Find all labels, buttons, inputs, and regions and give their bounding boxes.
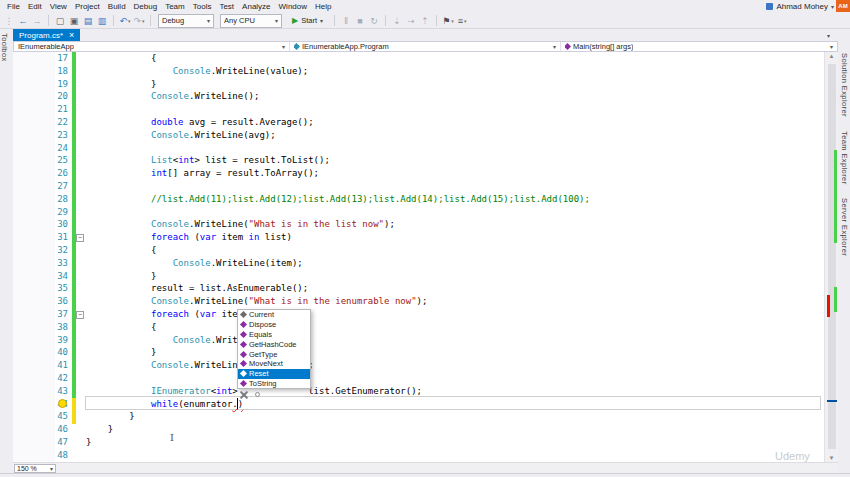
chevron-down-icon: ▾ <box>320 17 323 24</box>
side-tab-server-explorer[interactable]: Server Explorer <box>840 198 849 256</box>
project-dropdown[interactable]: IEnumerableApp ▾ <box>14 42 290 51</box>
zoom-control[interactable]: 150 % ▾ <box>14 464 56 473</box>
user-name[interactable]: Ahmad Mohey <box>776 2 828 11</box>
code-line-39[interactable]: 39 Console.Writ <box>13 334 824 347</box>
code-line-31[interactable]: 31 foreach (var item in list) <box>13 231 824 244</box>
toolbar-drag-handle-icon[interactable]: ⋮ <box>3 14 15 28</box>
code-line-35[interactable]: 35 result = list.AsEnumerable(); <box>13 282 824 295</box>
code-line-32[interactable]: 32 { <box>13 244 824 257</box>
code-line-47[interactable]: 47} <box>13 436 824 449</box>
side-tab-solution-explorer[interactable]: Solution Explorer <box>840 53 849 117</box>
menu-tools[interactable]: Tools <box>189 0 216 13</box>
new-file-icon[interactable]: ▢ <box>54 14 66 28</box>
code-line-25[interactable]: 25 List<int> list = result.ToList(); <box>13 154 824 167</box>
menu-analyze[interactable]: Analyze <box>238 0 274 13</box>
code-line-21[interactable]: 21 <box>13 103 824 116</box>
code-line-18[interactable]: 18 Console.WriteLine(value); <box>13 65 824 78</box>
code-line-40[interactable]: 40 } <box>13 346 824 359</box>
step-over-icon[interactable]: ⇢ <box>405 14 417 28</box>
start-label: Start <box>301 16 317 25</box>
line-text: int[] array = result.ToArray(); <box>86 167 319 180</box>
code-line-44[interactable]: 44 while(enumrator.) <box>13 398 824 411</box>
code-line-30[interactable]: 30 Console.WriteLine("What is in the lis… <box>13 218 824 231</box>
scroll-down-icon[interactable]: ▼ <box>825 455 838 461</box>
scrollbar-thumb[interactable] <box>828 64 836 449</box>
save-all-icon[interactable]: ▥ <box>96 14 108 28</box>
step-out-icon[interactable]: ⇡ <box>419 14 431 28</box>
completion-item-reset[interactable]: Reset <box>238 369 310 379</box>
code-line-26[interactable]: 26 int[] array = result.ToArray(); <box>13 167 824 180</box>
code-line-19[interactable]: 19 } <box>13 78 824 91</box>
menu-help[interactable]: Help <box>311 0 335 13</box>
line-text: } <box>86 436 91 449</box>
code-line-48[interactable]: 48 <box>13 449 824 462</box>
code-line-38[interactable]: 38 { <box>13 321 824 334</box>
code-line-20[interactable]: 20 Console.WriteLine(); <box>13 90 824 103</box>
tab-program-cs[interactable]: Program.cs* × <box>13 29 80 41</box>
navigate-backward-icon[interactable]: ← <box>17 14 29 28</box>
undo-icon[interactable]: ↶▾ <box>119 14 131 28</box>
code-line-45[interactable]: 45 } <box>13 410 824 423</box>
avatar[interactable]: AM <box>836 0 850 12</box>
side-tab-toolbox[interactable]: Toolbox <box>0 33 9 62</box>
pause-icon[interactable]: ‖ <box>340 14 352 28</box>
menu-project[interactable]: Project <box>71 0 104 13</box>
open-file-icon[interactable]: ▣ <box>68 14 80 28</box>
menu-edit[interactable]: Edit <box>24 0 46 13</box>
code-line-23[interactable]: 23 Console.WriteLine(avg); <box>13 129 824 142</box>
completion-item-gethashcode[interactable]: GetHashCode <box>238 339 310 349</box>
code-line-29[interactable]: 29 <box>13 206 824 219</box>
menu-debug[interactable]: Debug <box>130 0 162 13</box>
menu-view[interactable]: View <box>46 0 71 13</box>
navigate-forward-icon[interactable]: → <box>31 14 43 28</box>
close-icon[interactable]: × <box>69 30 74 40</box>
step-into-icon[interactable]: ⇣ <box>391 14 403 28</box>
code-line-22[interactable]: 22 double avg = result.Average(); <box>13 116 824 129</box>
text-options-icon[interactable]: ≡▾ <box>456 14 468 28</box>
completion-item-current[interactable]: Current <box>238 310 310 320</box>
lightbulb-icon[interactable] <box>58 399 67 408</box>
stop-icon[interactable]: ■ <box>354 14 366 28</box>
document-list-dropdown-icon[interactable]: ▾ <box>827 32 830 39</box>
solution-configuration-dropdown[interactable]: Debug ▾ <box>158 14 214 28</box>
member-dropdown[interactable]: Main(string[] args) ▾ <box>561 42 837 51</box>
bookmark-icon[interactable]: ⚑▾ <box>442 14 454 28</box>
code-line-46[interactable]: 46 } <box>13 423 824 436</box>
completion-item-equals[interactable]: Equals <box>238 330 310 340</box>
completion-item-dispose[interactable]: Dispose <box>238 320 310 330</box>
code-line-17[interactable]: 17 { <box>13 52 824 65</box>
side-tab-team-explorer[interactable]: Team Explorer <box>840 131 849 185</box>
horizontal-scrollbar[interactable] <box>56 464 838 473</box>
completion-item-movenext[interactable]: MoveNext <box>238 359 310 369</box>
menu-file[interactable]: File <box>3 0 24 13</box>
code-line-34[interactable]: 34 } <box>13 270 824 283</box>
code-line-27[interactable]: 27 <box>13 180 824 193</box>
menu-team[interactable]: Team <box>161 0 189 13</box>
save-icon[interactable]: ▤ <box>82 14 94 28</box>
start-debugging-button[interactable]: ▶ Start ▾ <box>288 15 327 27</box>
menu-build[interactable]: Build <box>104 0 130 13</box>
menu-test[interactable]: Test <box>215 0 238 13</box>
code-editor[interactable]: 17 {18 Console.WriteLine(value);19 }20 C… <box>13 52 824 462</box>
code-line-36[interactable]: 36 Console.WriteLine("What is in the ien… <box>13 295 824 308</box>
completion-item-gettype[interactable]: GetType <box>238 349 310 359</box>
code-line-33[interactable]: 33 Console.WriteLine(item); <box>13 257 824 270</box>
vertical-scrollbar[interactable]: ▲ ▼ <box>824 52 838 462</box>
user-status-icon[interactable] <box>766 3 773 10</box>
restart-icon[interactable]: ↻ <box>368 14 380 28</box>
code-line-41[interactable]: 41 Console.WriteLin ); <box>13 359 824 372</box>
solution-platform-dropdown[interactable]: Any CPU ▾ <box>220 14 282 28</box>
redo-icon[interactable]: ↷▾ <box>133 14 145 28</box>
menu-window[interactable]: Window <box>275 0 311 13</box>
code-line-43[interactable]: 43 IEnumerator<int> list.GetEnumerator()… <box>13 385 824 398</box>
scroll-up-icon[interactable]: ▲ <box>825 53 838 59</box>
type-dropdown[interactable]: IEnumerableApp.Program ▾ <box>290 42 561 51</box>
quick-actions-icon[interactable] <box>239 390 249 400</box>
code-line-24[interactable]: 24 <box>13 142 824 155</box>
fold-toggle-icon[interactable]: − <box>76 311 84 319</box>
code-line-28[interactable]: 28 //list.Add(11);list.Add(12);list.Add(… <box>13 193 824 206</box>
code-line-37[interactable]: 37 foreach (var ite <box>13 308 824 321</box>
code-line-42[interactable]: 42 <box>13 372 824 385</box>
fold-toggle-icon[interactable]: − <box>76 234 84 242</box>
completion-item-tostring[interactable]: ToString <box>238 379 310 389</box>
